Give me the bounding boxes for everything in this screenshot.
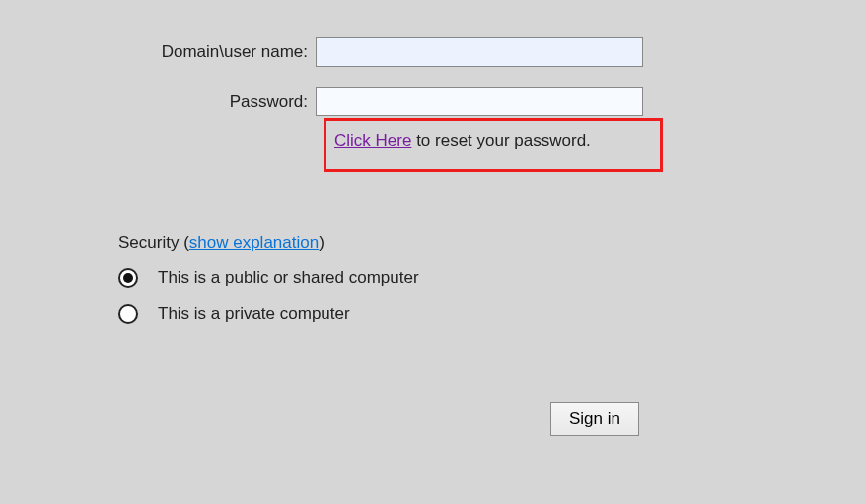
radio-private[interactable] (118, 304, 138, 324)
show-explanation-link[interactable]: show explanation (189, 233, 319, 252)
password-row: Password: (118, 87, 865, 116)
radio-public-row: This is a public or shared computer (118, 268, 865, 288)
radio-private-row: This is a private computer (118, 304, 865, 324)
reset-password-text: to reset your password. (411, 131, 590, 150)
reset-password-highlight: Click Here to reset your password. (324, 118, 663, 172)
radio-public-label: This is a public or shared computer (158, 268, 419, 288)
password-input[interactable] (316, 87, 643, 116)
security-section: Security (show explanation) This is a pu… (118, 233, 865, 324)
username-row: Domain\user name: (118, 37, 865, 67)
username-input[interactable] (316, 37, 643, 67)
radio-private-label: This is a private computer (158, 304, 350, 324)
reset-password-link[interactable]: Click Here (334, 131, 411, 150)
security-heading: Security (show explanation) (118, 233, 865, 252)
signin-button[interactable]: Sign in (550, 402, 639, 436)
security-heading-prefix: Security ( (118, 233, 189, 252)
radio-public[interactable] (118, 268, 138, 288)
login-form: Domain\user name: Password: Click Here t… (0, 0, 865, 436)
signin-row: Sign in (550, 402, 865, 436)
username-label: Domain\user name: (118, 42, 316, 62)
security-heading-suffix: ) (319, 233, 324, 252)
password-label: Password: (118, 92, 316, 111)
radio-selected-icon (123, 273, 133, 283)
